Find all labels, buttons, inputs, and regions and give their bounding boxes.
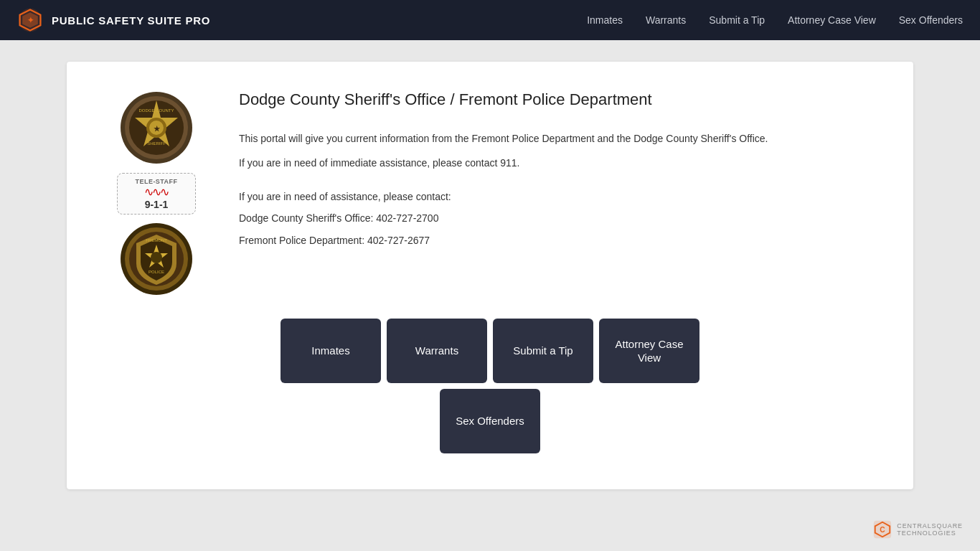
logos-column: ★ DODGE COUNTY SHERIFF TELE-STAFF ∿∿∿ 9-… [95,90,217,297]
svg-text:FREMONT: FREMONT [146,238,167,242]
contact-section: If you are in need of assistance, please… [239,189,885,248]
nav-link-warrants[interactable]: Warrants [646,14,686,26]
contact-intro: If you are in need of assistance, please… [239,189,885,204]
button-inmates[interactable]: Inmates [281,319,381,383]
nav-link-attorney-case-view[interactable]: Attorney Case View [788,14,876,26]
button-warrants[interactable]: Warrants [387,319,487,383]
main-nav: Inmates Warrants Submit a Tip Attorney C… [587,14,963,26]
brand-title: PUBLIC SAFETY SUITE PRO [52,14,210,27]
nav-link-inmates[interactable]: Inmates [587,14,623,26]
nav-link-submit-tip[interactable]: Submit a Tip [709,14,765,26]
info-column: Dodge County Sheriff's Office / Fremont … [239,90,885,297]
main-wrapper: ★ DODGE COUNTY SHERIFF TELE-STAFF ∿∿∿ 9-… [0,40,980,511]
button-attorney-case-view[interactable]: Attorney Case View [599,319,699,383]
badge-911-icon: TELE-STAFF ∿∿∿ 9-1-1 [117,173,196,215]
svg-point-17 [151,252,162,263]
page-title: Dodge County Sheriff's Office / Fremont … [239,90,885,109]
svg-text:✦: ✦ [27,16,34,24]
content-card: ★ DODGE COUNTY SHERIFF TELE-STAFF ∿∿∿ 9-… [67,62,913,489]
description-2: If you are in need of immediate assistan… [239,155,885,171]
pulse-line: ∿∿∿ [136,185,178,199]
footer-brand: C CENTRALSQUARE TECHNOLOGIES [872,519,963,540]
brand: ✦ PUBLIC SAFETY SUITE PRO [17,7,210,33]
button-submit-tip[interactable]: Submit a Tip [493,319,593,383]
top-section: ★ DODGE COUNTY SHERIFF TELE-STAFF ∿∿∿ 9-… [95,90,885,297]
description-1: This portal will give you current inform… [239,131,885,146]
svg-text:DODGE COUNTY: DODGE COUNTY [138,108,174,113]
buttons-row-2: Sex Offenders [440,389,540,453]
police-badge-icon: FREMONT POLICE [119,222,194,297]
contact-sheriff: Dodge County Sheriff's Office: 402-727-2… [239,210,885,226]
nav-link-sex-offenders[interactable]: Sex Offenders [899,14,963,26]
centralsquare-logo-icon: C [872,519,892,540]
button-sex-offenders[interactable]: Sex Offenders [440,389,540,453]
sheriff-badge-icon: ★ DODGE COUNTY SHERIFF [119,90,194,166]
svg-text:★: ★ [153,125,160,133]
buttons-row-1: Inmates Warrants Submit a Tip Attorney C… [281,319,699,383]
header: ✦ PUBLIC SAFETY SUITE PRO Inmates Warran… [0,0,980,40]
brand-logo-icon: ✦ [17,7,43,33]
buttons-section: Inmates Warrants Submit a Tip Attorney C… [95,319,885,453]
svg-text:SHERIFF: SHERIFF [147,141,166,146]
contact-police: Fremont Police Department: 402-727-2677 [239,232,885,248]
svg-text:C: C [880,526,886,534]
centralsquare-text: CENTRALSQUARE TECHNOLOGIES [897,522,963,537]
svg-text:POLICE: POLICE [148,270,164,274]
